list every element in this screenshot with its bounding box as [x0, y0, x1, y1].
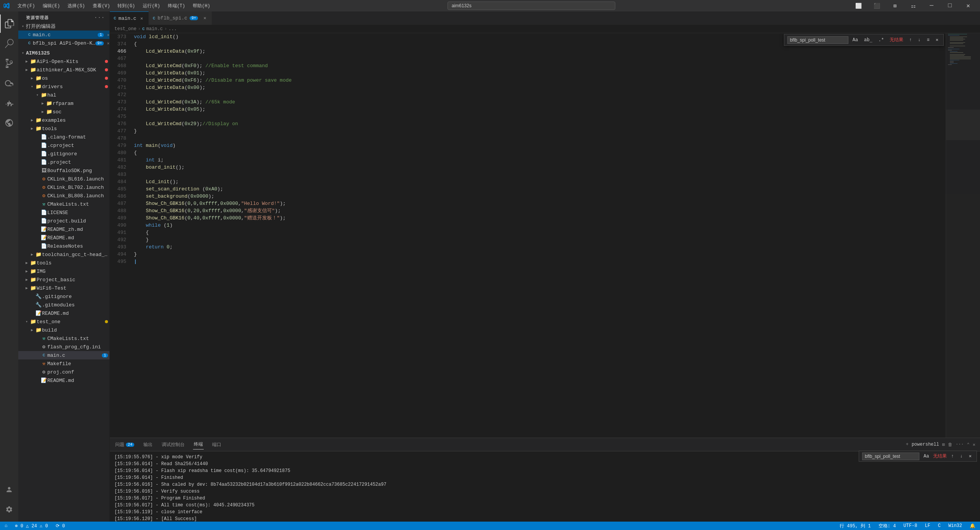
terminal-tab-problems[interactable]: 问题 24 [114, 440, 135, 449]
sidebar-item-gitignore2[interactable]: ▶ 🔧 .gitignore [18, 292, 109, 301]
open-file-bflb[interactable]: C bflb_spi AiPi-Open-Kitsia... 9+ ✕ [18, 39, 109, 47]
status-platform[interactable]: Win32 [947, 523, 964, 529]
sidebar-item-flashprog[interactable]: ▶ ⚙ flash_prog_cfg.ini [18, 343, 109, 351]
sidebar-item-build[interactable]: ▶ 📁 build [18, 326, 109, 334]
find-expand-button[interactable]: ≡ [925, 36, 932, 44]
activity-account[interactable] [0, 480, 18, 499]
tfind-close[interactable]: ✕ [967, 452, 974, 460]
sidebar-item-release[interactable]: ▶ 📄 ReleaseNotes [18, 242, 109, 250]
code-content[interactable]: void lcd_init() { Lcd_WriteData(0x9f); L… [131, 33, 946, 438]
tab-mainc[interactable]: C main.c ✕ [110, 11, 149, 25]
find-prev-button[interactable]: ↑ [907, 36, 914, 44]
sidebar-item-readme-zh[interactable]: ▶ 📝 README_zh.md [18, 225, 109, 234]
open-file-mainc[interactable]: C main.c 1 ✕ [18, 31, 109, 39]
activity-search[interactable] [0, 34, 18, 53]
find-input[interactable] [787, 36, 848, 44]
sidebar-item-readme1[interactable]: ▶ 📝 README.md [18, 234, 109, 242]
sidebar-item-readme2[interactable]: ▶ 📝 README.md [18, 309, 109, 317]
find-whole-word[interactable]: ab̲ [862, 36, 874, 44]
find-match-case[interactable]: Aa [851, 36, 860, 44]
activity-remote[interactable] [0, 114, 18, 132]
menu-goto[interactable]: 转到(G) [114, 2, 138, 10]
terminal-tab-ports[interactable]: 端口 [211, 440, 222, 449]
minimize-button[interactable]: ─ [923, 0, 940, 11]
close-file-icon[interactable]: ✕ [107, 32, 109, 37]
split-terminal-icon[interactable]: ⊞ [942, 442, 945, 448]
global-search-input[interactable] [447, 2, 615, 10]
layout-grid-icon[interactable]: ⊞ [886, 0, 904, 11]
menu-view[interactable]: 查看(V) [90, 2, 113, 10]
sidebar-item-project[interactable]: ▶ 📄 .project [18, 158, 109, 166]
tab-mainc-close[interactable]: ✕ [138, 15, 145, 21]
status-errors[interactable]: ⊗ 0 △ 24 ⚠ 0 [13, 523, 49, 529]
activity-debug[interactable] [0, 74, 18, 92]
close-bflb-icon[interactable]: ✕ [107, 41, 109, 46]
status-encoding[interactable]: UTF-8 [902, 523, 919, 529]
sidebar-item-license[interactable]: ▶ 📄 LICENSE [18, 208, 109, 217]
terminal-content[interactable]: [15:19:55.976] - xip mode Verify [15:19:… [110, 451, 980, 522]
breadcrumb-mainc[interactable]: main.c [146, 26, 163, 32]
layout-split-icon[interactable]: ⬛ [868, 0, 885, 11]
sidebar-item-cproject[interactable]: ▶ 📄 .cproject [18, 141, 109, 150]
sidebar-item-examples[interactable]: ▶ 📁 examples [18, 116, 109, 124]
sidebar-item-cklink702[interactable]: ▶ ⚙ CKLink_BL702.launch [18, 183, 109, 192]
expand-terminal-icon[interactable]: ⌃ [967, 442, 970, 448]
sidebar-item-tools[interactable]: ▶ 📁 tools [18, 124, 109, 133]
status-sync[interactable]: ⟳ 0 [54, 523, 66, 529]
sidebar-item-toolchain[interactable]: ▶ 📁 toolchain_gcc_t-head_windows [18, 250, 109, 259]
root-folder[interactable]: ▾ AIM6132S [18, 49, 109, 57]
sidebar-item-mainc[interactable]: ▶ C main.c 1 [18, 351, 109, 359]
sidebar-item-tools1[interactable]: ▶ 📁 tools [18, 259, 109, 267]
terminal-tab-output[interactable]: 输出 [143, 440, 153, 449]
status-eol[interactable]: LF [923, 523, 932, 529]
sidebar-item-cmake2[interactable]: ▶ ⚒ CMakeLists.txt [18, 334, 109, 343]
activity-git[interactable] [0, 54, 18, 72]
sidebar-item-readme3[interactable]: ▶ 📝 README.md [18, 376, 109, 385]
sidebar-item-img[interactable]: ▶ 📁 IMG [18, 267, 109, 275]
sidebar-item-cklink616[interactable]: ▶ ⚙ CKLink_BL616.launch [18, 175, 109, 183]
layout-icon[interactable]: ⬜ [850, 0, 867, 11]
sidebar-item-projbasic[interactable]: ▶ 📁 Project_basic [18, 275, 109, 284]
sidebar-item-rfparam[interactable]: ▶ 📁 rfparam [18, 99, 109, 108]
close-button[interactable]: ✕ [959, 0, 977, 11]
sidebar-item-cmake1[interactable]: ▶ ⚒ CMakeLists.txt [18, 200, 109, 208]
menu-select[interactable]: 选择(S) [64, 2, 88, 10]
menu-file[interactable]: 文件(F) [14, 2, 38, 10]
sidebar-item-aipi[interactable]: ▶ 📁 AiPi-Open-Kits [18, 57, 109, 66]
activity-explorer[interactable] [0, 14, 18, 33]
sidebar-item-drivers[interactable]: ▾ 📁 drivers [18, 82, 109, 91]
menu-edit[interactable]: 编辑(E) [40, 2, 63, 10]
sidebar-item-png[interactable]: ▶ 🖼 BouffaloSDK.png [18, 166, 109, 175]
breadcrumb-testone[interactable]: test_one [114, 26, 137, 32]
sidebar-item-gitmodules[interactable]: ▶ 🔧 .gitmodules [18, 301, 109, 309]
layout-custom-icon[interactable]: ⚏ [904, 0, 922, 11]
new-file-icon[interactable]: ··· [94, 14, 105, 21]
sidebar-item-os[interactable]: ▶ 📁 os [18, 74, 109, 82]
sidebar-item-soc[interactable]: ▶ 📁 soc [18, 108, 109, 116]
find-regex[interactable]: .* [877, 36, 886, 44]
terminal-tab-debug[interactable]: 调试控制台 [161, 440, 185, 449]
status-remote[interactable]: ⌂ [3, 523, 9, 528]
menu-terminal[interactable]: 终端(T) [165, 2, 188, 10]
breadcrumb-dots[interactable]: ... [169, 26, 177, 32]
terminal-tab-terminal[interactable]: 终端 [193, 440, 204, 449]
find-next-button[interactable]: ↓ [916, 36, 922, 44]
sidebar-item-projconf[interactable]: ▶ ⚙ proj.conf [18, 368, 109, 376]
sidebar-item-hal[interactable]: ▾ 📁 hal [18, 91, 109, 99]
tab-bflb[interactable]: C bflb_spi.c 9+ ✕ [149, 11, 212, 25]
maximize-button[interactable]: □ [941, 0, 959, 11]
menu-help[interactable]: 帮助(H) [190, 2, 213, 10]
sidebar-item-cklink808[interactable]: ▶ ⚙ CKLink_BL808.launch [18, 192, 109, 200]
sidebar-item-testone[interactable]: ▾ 📁 test_one [18, 317, 109, 326]
tfind-next[interactable]: ↓ [958, 453, 965, 460]
tfind-matchcase[interactable]: Aa [922, 453, 931, 460]
terminal-find-input[interactable] [862, 453, 919, 460]
sidebar-item-wifi6[interactable]: ▶ 📁 WiFi6-Test [18, 284, 109, 292]
status-notifications[interactable]: 🔔 [968, 523, 977, 529]
sidebar-item-makefile[interactable]: ▶ ⚒ Makefile [18, 359, 109, 368]
status-position[interactable]: 行 495, 列 1 [838, 523, 872, 529]
activity-settings[interactable] [0, 500, 18, 519]
delete-terminal-icon[interactable]: 🗑 [948, 442, 953, 448]
find-close-button[interactable]: ✕ [934, 36, 940, 44]
sidebar-item-aithinker[interactable]: ▶ 📁 aithinker_Ai-M6X_SDK [18, 66, 109, 74]
